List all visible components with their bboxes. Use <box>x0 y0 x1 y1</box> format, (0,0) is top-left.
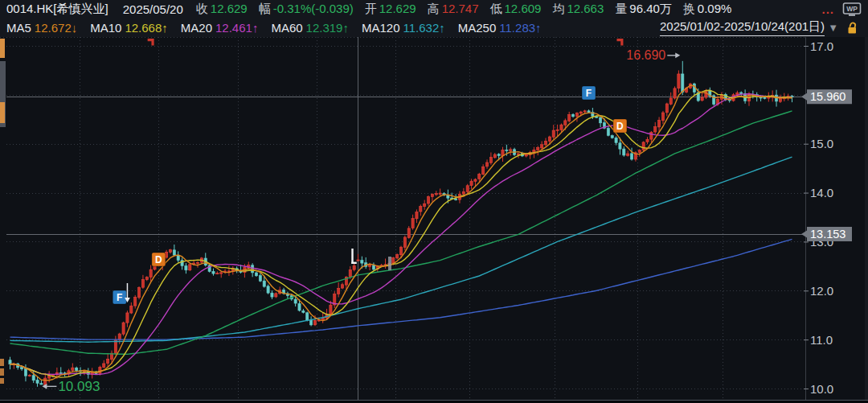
event-markers[interactable]: FDFD <box>113 86 627 304</box>
svg-text:D: D <box>616 121 624 132</box>
ma-value-ma20: MA2012.461↑ <box>181 21 259 35</box>
low-price-callout: 10.093 <box>58 379 100 394</box>
grid <box>0 37 805 400</box>
price-reference-lines <box>6 97 805 235</box>
ma-values: MA512.672↓MA1012.668↑MA2012.461↑MA6012.3… <box>6 21 555 35</box>
chevron-down-icon[interactable]: ▼ <box>828 22 838 34</box>
price-tag: 15.960 <box>801 89 852 104</box>
quote-field: 高12.747 <box>428 2 479 17</box>
ma-value-ma5: MA512.672↓ <box>6 21 77 35</box>
ma-value-ma250: MA25011.283↑ <box>458 21 542 35</box>
y-axis-label: 10.0 <box>810 382 833 396</box>
event-marker-d[interactable]: D <box>152 253 166 266</box>
quote-date: 2025/05/20 <box>123 2 183 16</box>
quote-field: 幅-0.31%(-0.039) <box>259 2 354 17</box>
stock-symbol: 0014.HK[希慎兴业] <box>6 2 108 17</box>
event-flag-icons <box>148 39 624 46</box>
more-fields-button[interactable]: ... <box>821 2 834 16</box>
svg-text:WP: WP <box>846 5 858 13</box>
quote-field: 收12.629 <box>196 2 248 17</box>
y-axis-label: 17.0 <box>810 39 833 53</box>
y-axis-label: 11.0 <box>810 333 833 347</box>
header-fields: 收12.629幅-0.31%(-0.039)开12.629高12.747低12.… <box>196 2 743 17</box>
left-edge-artifact <box>0 39 6 384</box>
kline-window: { "header": { "symbol": "0014.HK[希慎兴业]",… <box>0 0 868 403</box>
candlestick-series <box>9 61 793 388</box>
ma-line-ma5 <box>10 85 792 380</box>
ma-bar: MA512.672↓MA1012.668↑MA2012.461↑MA6012.3… <box>0 19 868 37</box>
high-price-callout: 16.690 <box>626 48 665 62</box>
ma-value-ma60: MA6012.319↑ <box>271 21 349 35</box>
unlock-icon[interactable] <box>846 22 858 35</box>
ma-line-ma10 <box>10 90 792 377</box>
candlestick-chart[interactable]: 17.016.015.014.013.012.011.010.0FDFD16.6… <box>0 37 868 403</box>
quote-field: 换0.09% <box>683 2 732 17</box>
event-marker-f[interactable]: F <box>582 86 596 100</box>
y-axis-label: 14.0 <box>810 186 833 199</box>
quote-header: 0014.HK[希慎兴业] 2025/05/20 收12.629幅-0.31%(… <box>0 0 868 19</box>
quote-field: 均12.663 <box>552 2 604 17</box>
svg-text:15.960: 15.960 <box>810 90 845 103</box>
event-marker-f[interactable]: F <box>113 290 126 304</box>
ma-value-ma120: MA12011.632↑ <box>362 21 445 35</box>
ma-lines <box>10 85 792 380</box>
quote-field: 低12.609 <box>490 2 542 17</box>
price-tag: 13.153 <box>801 227 852 241</box>
svg-text:F: F <box>117 292 122 303</box>
svg-text:13.153: 13.153 <box>810 228 845 241</box>
event-marker-d[interactable]: D <box>613 119 627 133</box>
svg-text:D: D <box>155 254 162 265</box>
y-axis-label: 12.0 <box>810 284 833 298</box>
wp-monitor-icon[interactable]: WP <box>842 2 862 17</box>
quote-field: 开12.629 <box>365 2 416 17</box>
y-axis-label: 15.0 <box>810 137 833 150</box>
chart-borders <box>0 37 868 403</box>
date-range-selector[interactable]: 2025/01/02-2025/10/24(201日) <box>660 19 825 36</box>
quote-field: 量96.40万 <box>615 2 672 17</box>
price-tags: 15.96013.153 <box>801 89 852 241</box>
svg-text:F: F <box>586 88 592 99</box>
ma-value-ma10: MA1012.668↑ <box>90 21 168 35</box>
